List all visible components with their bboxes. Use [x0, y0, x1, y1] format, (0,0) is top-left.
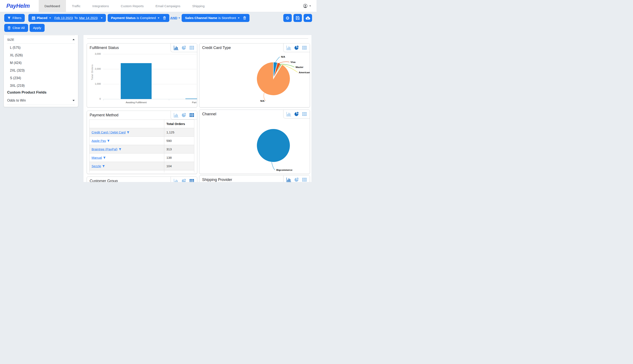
main-nav: Dashboard Traffic Integrations Custom Re…: [39, 0, 210, 12]
bar-chart-view-icon[interactable]: [173, 46, 179, 50]
column-header-empty: [89, 120, 164, 128]
column-header-total-orders: Total Orders: [164, 120, 194, 128]
bar-chart-view-icon[interactable]: [286, 177, 291, 182]
svg-text:Bigcommerce: Bigcommerce: [276, 169, 292, 171]
caret-down-icon: [158, 18, 159, 18]
card-title: Payment Method: [90, 113, 118, 118]
save-report-button[interactable]: [293, 14, 302, 22]
payment-method-link-braintree[interactable]: Braintree (PayPal): [92, 147, 121, 151]
table-view-icon[interactable]: [302, 177, 307, 182]
table-row: Credit Card / Debit Card 1,125: [89, 128, 194, 136]
nav-item-traffic[interactable]: Traffic: [66, 0, 86, 12]
save-icon: [296, 16, 300, 20]
filter-sidebar: SIZE L (575) XL (526) M (424) 2XL (323) …: [4, 35, 78, 107]
table-view-icon[interactable]: [189, 178, 194, 182]
clear-all-button[interactable]: Clear All: [4, 24, 28, 32]
total-orders-value: 590: [164, 136, 194, 145]
caret-down-icon: [309, 6, 311, 6]
table-view-icon[interactable]: [189, 46, 194, 50]
pie-chart-view-icon[interactable]: [294, 177, 299, 182]
pie-chart-view-icon[interactable]: [181, 46, 186, 50]
sidebar-section-size[interactable]: SIZE: [4, 36, 78, 43]
divider: [7, 105, 75, 105]
nav-item-dashboard[interactable]: Dashboard: [39, 0, 66, 12]
caret-down-icon: [101, 18, 103, 18]
pie-chart-view-icon[interactable]: [181, 113, 186, 118]
top-navbar: PayHelm Dashboard Traffic Integrations C…: [0, 0, 316, 12]
sidebar-item-size-m[interactable]: M (424): [4, 59, 78, 67]
pie-chart: N/AVisaMasterAmericanN/A: [199, 44, 310, 107]
card-title: Fulfillment Status: [90, 46, 119, 50]
filter-condition-payment-status[interactable]: Payment Status is Completed: [108, 14, 169, 22]
nav-item-shipping[interactable]: Shipping: [186, 0, 210, 12]
date-to[interactable]: Mar 14 2023: [79, 16, 97, 20]
user-avatar-icon: [303, 4, 308, 8]
filter-funnel-icon[interactable]: [107, 140, 110, 142]
card-title: Customer Group: [90, 179, 118, 182]
view-toggle: [171, 44, 197, 52]
sidebar-section-odds-to-win[interactable]: Odds to Win: [4, 97, 78, 104]
filter-funnel-icon[interactable]: [127, 131, 129, 134]
pie-chart-view-icon[interactable]: [181, 178, 186, 182]
calendar-icon: [32, 16, 35, 20]
payment-method-link-apple-pay[interactable]: Apple Pay: [92, 139, 110, 142]
settings-button[interactable]: ⚙: [283, 14, 292, 22]
nav-item-integrations[interactable]: Integrations: [86, 0, 115, 12]
total-orders-value: 1,125: [164, 128, 194, 136]
sidebar-item-size-s[interactable]: S (234): [4, 74, 78, 82]
divider: [7, 36, 75, 36]
sidebar-item-size-2xl[interactable]: 2XL (323): [4, 67, 78, 74]
caret-down-icon: [49, 18, 51, 18]
divider: [87, 38, 308, 39]
date-range-button[interactable]: Placed Feb 13 2023 To Mar 14 2023: [28, 14, 106, 22]
sidebar-item-size-l[interactable]: L (575): [4, 44, 78, 52]
table-view-icon[interactable]: [189, 113, 194, 118]
sidebar-item-size-3xl[interactable]: 3XL (219): [4, 82, 78, 90]
caret-down-icon: [73, 100, 75, 101]
filter-funnel-icon: [8, 17, 11, 20]
caret-down-icon: [178, 18, 180, 18]
custom-product-fields-heading: Custom Product Fields: [7, 90, 47, 94]
payhelm-logo[interactable]: PayHelm: [0, 0, 39, 12]
card-channel: Channel Bigcommerce: [199, 110, 310, 174]
pie-chart: Bigcommerce: [199, 110, 310, 174]
trash-icon: [8, 26, 11, 30]
filter-funnel-icon[interactable]: [119, 148, 121, 150]
nav-item-email-campaigns[interactable]: Email Campaigns: [150, 0, 186, 12]
payment-method-link-manual[interactable]: Manual: [92, 156, 106, 160]
svg-text:Visa: Visa: [291, 61, 296, 63]
card-customer-group: Customer Group: [87, 176, 197, 182]
apply-button[interactable]: Apply: [30, 24, 45, 32]
sidebar-item-size-xl[interactable]: XL (526): [4, 52, 78, 59]
user-menu[interactable]: [303, 0, 316, 12]
table-row-partial: [89, 170, 194, 173]
svg-text:N/A: N/A: [281, 56, 285, 58]
payment-method-link-sezzle[interactable]: Sezzle: [92, 164, 105, 168]
card-fulfillment-status: Fulfillment Status 01,0002,0003,000Await…: [87, 43, 197, 108]
bar-chart-view-icon[interactable]: [173, 178, 179, 182]
date-field-label: Placed: [37, 16, 47, 20]
table-row: Braintree (PayPal) 313: [89, 145, 194, 154]
card-shipping-provider: Shipping Provider: [199, 175, 310, 182]
nav-item-custom-reports[interactable]: Custom Reports: [115, 0, 149, 12]
table-row: Manual 138: [89, 154, 194, 162]
filter-condition-sales-channel[interactable]: Sales Channel Name is Storefront: [182, 14, 250, 22]
svg-text:N/A: N/A: [260, 100, 265, 102]
table-row: Sezzle 104: [89, 162, 194, 170]
payment-method-link-credit-card[interactable]: Credit Card / Debit Card: [92, 130, 129, 134]
bar-chart: 01,0002,0003,000Awaiting FulfillmentPart…: [87, 53, 197, 107]
remove-filter-icon[interactable]: [163, 16, 166, 20]
filter-funnel-icon[interactable]: [102, 165, 105, 168]
bar-chart-view-icon[interactable]: [173, 113, 179, 118]
total-orders-value: 138: [164, 154, 194, 162]
caret-up-icon: [73, 39, 75, 40]
svg-text:Master: Master: [296, 66, 304, 68]
gear-icon: ⚙: [286, 16, 290, 20]
remove-filter-icon[interactable]: [243, 16, 246, 20]
date-from[interactable]: Feb 13 2023: [54, 16, 73, 20]
download-button[interactable]: [304, 14, 312, 22]
conjunction-dropdown[interactable]: AND: [170, 14, 180, 22]
cloud-download-icon: [305, 16, 311, 20]
filter-funnel-icon[interactable]: [103, 157, 106, 159]
filters-button[interactable]: Filters: [4, 14, 25, 22]
